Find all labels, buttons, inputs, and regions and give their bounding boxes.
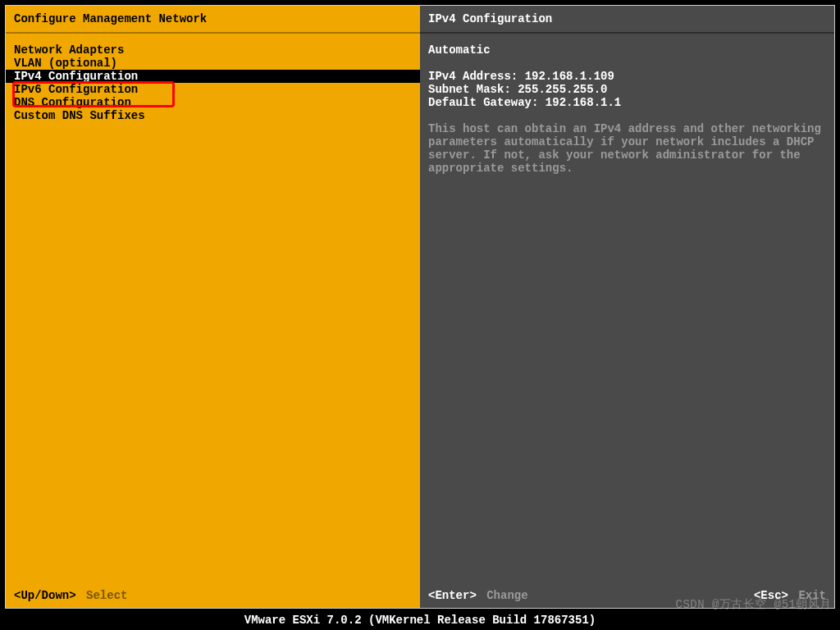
subnet-mask-label: Subnet Mask: (428, 83, 518, 96)
hint-key-enter: <Enter> (428, 589, 477, 602)
left-pane: Configure Management Network Network Ada… (6, 6, 420, 608)
detail-body: Automatic IPv4 Address: 192.168.1.109 Su… (420, 34, 834, 583)
right-pane: IPv4 Configuration Automatic IPv4 Addres… (420, 6, 834, 608)
hint-action-change: Change (486, 589, 527, 602)
ipv4-address-row: IPv4 Address: 192.168.1.109 (428, 70, 826, 83)
dcui-screen: Configure Management Network Network Ada… (5, 5, 835, 609)
help-text: This host can obtain an IPv4 address and… (428, 122, 822, 175)
default-gateway-row: Default Gateway: 192.168.1.1 (428, 96, 826, 109)
menu-item-network-adapters[interactable]: Network Adapters (6, 43, 420, 57)
ipv4-mode: Automatic (428, 43, 826, 57)
default-gateway-label: Default Gateway: (428, 96, 546, 109)
left-menu: Network Adapters VLAN (optional) IPv4 Co… (6, 34, 420, 583)
hint-key-esc: <Esc> (754, 589, 788, 602)
hint-updown: <Up/Down> Select (14, 589, 127, 602)
hint-enter: <Enter> Change (428, 589, 528, 602)
menu-item-ipv4[interactable]: IPv4 Configuration (6, 70, 420, 83)
left-footer: <Up/Down> Select (6, 583, 420, 608)
menu-item-ipv6[interactable]: IPv6 Configuration (6, 83, 420, 96)
right-footer: <Enter> Change <Esc> Exit (420, 583, 834, 608)
menu-item-vlan[interactable]: VLAN (optional) (6, 57, 420, 70)
status-bar: VMware ESXi 7.0.2 (VMKernel Release Buil… (0, 610, 840, 630)
ipv4-details: IPv4 Address: 192.168.1.109 Subnet Mask:… (428, 70, 826, 109)
subnet-mask-value: 255.255.255.0 (518, 83, 607, 96)
hint-action-exit: Exit (798, 589, 826, 602)
menu-item-dns[interactable]: DNS Configuration (6, 96, 420, 109)
menu-item-dns-suffixes[interactable]: Custom DNS Suffixes (6, 109, 420, 122)
left-pane-title: Configure Management Network (6, 6, 420, 34)
subnet-mask-row: Subnet Mask: 255.255.255.0 (428, 83, 826, 96)
hint-esc: <Esc> Exit (754, 589, 826, 602)
right-pane-title: IPv4 Configuration (420, 6, 834, 34)
ipv4-address-value: 192.168.1.109 (525, 70, 614, 83)
hint-key-updown: <Up/Down> (14, 589, 76, 602)
hint-action-select: Select (86, 589, 127, 602)
menu-list[interactable]: Network Adapters VLAN (optional) IPv4 Co… (6, 43, 420, 122)
ipv4-address-label: IPv4 Address: (428, 70, 525, 83)
default-gateway-value: 192.168.1.1 (546, 96, 621, 109)
